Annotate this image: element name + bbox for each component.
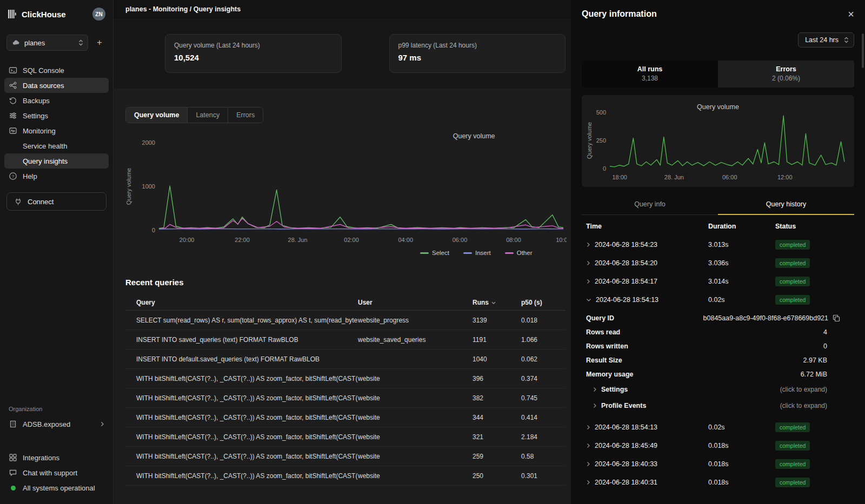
tab-errors[interactable]: Errors — [228, 107, 263, 123]
query-row[interactable]: WITH bitShiftLeft(CAST(?..), _CAST(?..))… — [125, 369, 565, 388]
range-row: Last 24 hrs — [582, 32, 854, 48]
stat-value: 97 ms — [398, 53, 557, 62]
query-row[interactable]: INSERT INTO default.saved_queries (text)… — [125, 350, 565, 369]
settings-expander[interactable]: Settings (click to expand) — [582, 381, 854, 398]
detail-label: Result Size — [586, 357, 622, 364]
tab-latency[interactable]: Latency — [188, 107, 228, 123]
user-cell: website_progress — [358, 317, 473, 324]
service-selector[interactable]: planes — [6, 35, 88, 51]
chevron-right-icon — [586, 279, 590, 284]
detail-label: Rows written — [586, 342, 628, 350]
stat-label: p99 latency (Last 24 hours) — [398, 42, 557, 49]
sidebar-item-service-health[interactable]: Service health — [4, 138, 109, 153]
sidebar-item-sql-console[interactable]: SQL Console — [4, 63, 109, 78]
clickhouse-logo-icon — [8, 9, 17, 19]
cloud-service-icon — [11, 38, 20, 47]
profile-events-expander[interactable]: Profile Events (click to expand) — [582, 398, 854, 414]
history-row[interactable]: 2024-06-28 18:45:49 0.018s completed — [582, 436, 854, 455]
legend-item[interactable]: Insert — [463, 250, 491, 256]
svg-text:02:00: 02:00 — [344, 237, 359, 243]
tab-query-info[interactable]: Query info — [582, 196, 718, 214]
detail-value: 6.72 MiB — [801, 371, 827, 378]
query-row[interactable]: WITH bitShiftLeft(CAST(?..), _CAST(?..))… — [125, 466, 565, 486]
runs-cell: 396 — [473, 375, 521, 382]
history-row[interactable]: 2024-06-28 18:40:31 0.018s completed — [582, 473, 854, 492]
history-row[interactable]: 2024-06-28 18:54:13 0.02s completed — [582, 418, 854, 436]
pulse-icon — [9, 126, 17, 135]
errors-tab[interactable]: Errors 2 (0.06%) — [718, 61, 854, 88]
svg-text:08:00: 08:00 — [506, 237, 521, 243]
scrollbar-thumb[interactable] — [862, 33, 864, 68]
sidebar-item-monitoring[interactable]: Monitoring — [4, 123, 109, 138]
svg-text:28. Jun: 28. Jun — [288, 237, 308, 243]
organization-selector[interactable]: ADSB.exposed — [4, 416, 109, 432]
query-row[interactable]: WITH bitShiftLeft(CAST(?..), _CAST(?..))… — [125, 408, 565, 427]
query-cell: WITH bitShiftLeft(CAST(?..), _CAST(?..))… — [125, 433, 358, 441]
tab-query-volume[interactable]: Query volume — [126, 107, 188, 123]
query-cell: WITH bitShiftLeft(CAST(?..), _CAST(?..))… — [125, 375, 358, 382]
status-badge: completed — [775, 422, 810, 432]
svg-text:28. Jun: 28. Jun — [664, 174, 684, 180]
chevron-right-icon — [593, 387, 597, 392]
tab-query-history[interactable]: Query history — [718, 196, 854, 215]
copy-icon[interactable] — [833, 314, 840, 322]
history-row-expanded[interactable]: 2024-06-28 18:54:13 0.02s completed — [582, 291, 854, 309]
svg-text:06:00: 06:00 — [722, 174, 737, 180]
breadcrumb-bar: planes - Monitoring / Query insights — [114, 0, 571, 18]
user-avatar[interactable]: ZN — [92, 8, 105, 21]
query-row[interactable]: INSERT INTO saved_queries (text) FORMAT … — [125, 330, 565, 350]
query-row[interactable]: WITH bitShiftLeft(CAST(?..), _CAST(?..))… — [125, 388, 565, 408]
sidebar-item-integrations[interactable]: Integrations — [4, 450, 109, 465]
sidebar-item-settings[interactable]: Settings — [4, 108, 109, 123]
p50-cell: 0.018 — [521, 317, 565, 324]
query-row[interactable]: WITH bitShiftLeft(CAST(?..), _CAST(?..))… — [125, 447, 565, 466]
user-cell: website_saved_queries — [358, 336, 473, 344]
history-row[interactable]: 2024-06-28 18:54:17 3.014s completed — [582, 272, 854, 291]
sidebar-item-data-sources[interactable]: Data sources — [4, 78, 109, 93]
detail-label: Rows read — [586, 328, 620, 336]
run-duration: 3.014s — [708, 278, 775, 285]
history-row[interactable]: 2024-06-28 18:54:20 3.036s completed — [582, 254, 854, 272]
query-id-value: b0845aa9-a8c9-49f0-8f68-e678669bd921 — [703, 314, 828, 322]
sidebar-item-help[interactable]: ? Help — [4, 169, 109, 184]
sidebar-item-backups[interactable]: Backups — [4, 93, 109, 108]
sidebar-item-query-insights[interactable]: Query insights — [4, 153, 109, 169]
sidebar-item-system-status[interactable]: All systems operational — [4, 480, 109, 495]
query-row[interactable]: SELECT sum(read_rows) AS r, sum(total_ro… — [125, 311, 565, 330]
col-header-query[interactable]: Query — [125, 299, 358, 306]
detail-rows-written: Rows written 0 — [582, 339, 854, 353]
svg-text:18:00: 18:00 — [612, 174, 627, 180]
p50-cell: 0.745 — [521, 394, 565, 402]
col-header-duration: Duration — [708, 223, 775, 230]
nav-label: Integrations — [23, 454, 59, 462]
legend-item[interactable]: Other — [505, 250, 533, 256]
col-header-runs[interactable]: Runs — [473, 299, 521, 306]
history-row[interactable]: 2024-06-28 18:40:33 0.018s completed — [582, 455, 854, 473]
user-cell: website — [358, 433, 473, 441]
legend-label: Select — [432, 250, 449, 256]
legend-swatch — [505, 252, 514, 254]
stat-card-p99-latency: p99 latency (Last 24 hours) 97 ms — [389, 34, 566, 73]
detail-value: 2.97 KB — [803, 357, 827, 364]
query-cell: WITH bitShiftLeft(CAST(?..), _CAST(?..))… — [125, 472, 358, 480]
svg-text:0: 0 — [603, 165, 606, 172]
col-header-user[interactable]: User — [358, 299, 473, 306]
close-icon[interactable]: × — [848, 9, 854, 19]
time-range-select[interactable]: Last 24 hrs — [798, 32, 854, 48]
panel-tabs: Query info Query history — [582, 196, 854, 215]
chart-legend: SelectInsertOther — [420, 250, 565, 256]
run-time: 2024-06-28 18:40:33 — [595, 460, 657, 468]
select-caret-icon — [844, 37, 849, 43]
run-duration: 0.02s — [708, 296, 775, 304]
sidebar-item-chat-support[interactable]: Chat with support — [4, 465, 109, 480]
col-header-p50[interactable]: p50 (s) — [521, 299, 565, 306]
add-service-button[interactable]: + — [92, 36, 107, 50]
query-row[interactable]: WITH bitShiftLeft(CAST(?..), _CAST(?..))… — [125, 427, 565, 447]
legend-label: Other — [517, 250, 533, 256]
history-row[interactable]: 2024-06-28 18:54:23 3.013s completed — [582, 236, 854, 254]
svg-text:12:00: 12:00 — [777, 174, 793, 180]
connect-button[interactable]: Connect — [6, 192, 107, 211]
all-runs-tab[interactable]: All runs 3,138 — [582, 61, 718, 88]
legend-item[interactable]: Select — [420, 250, 449, 256]
status-badge: completed — [775, 277, 810, 286]
